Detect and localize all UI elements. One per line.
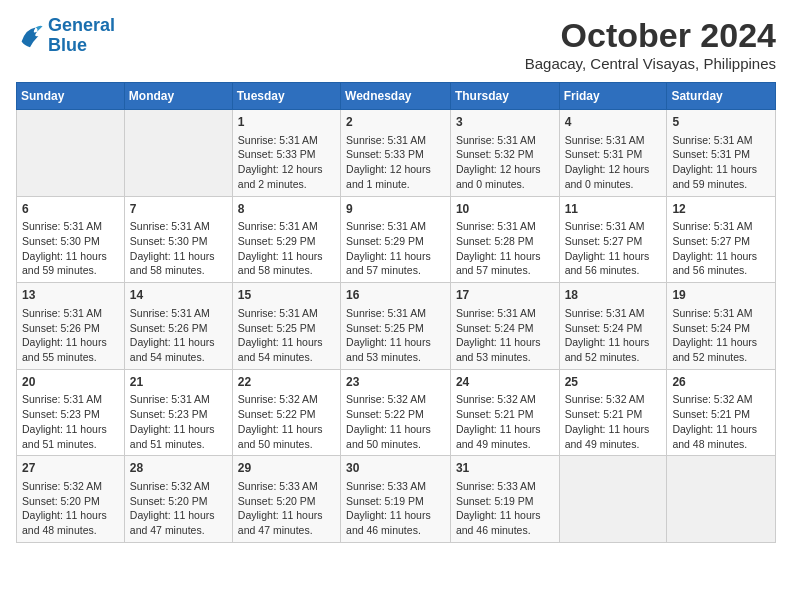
calendar-cell: 21Sunrise: 5:31 AMSunset: 5:23 PMDayligh… <box>124 369 232 456</box>
day-info: Sunrise: 5:31 AMSunset: 5:26 PMDaylight:… <box>22 306 119 365</box>
calendar-cell: 3Sunrise: 5:31 AMSunset: 5:32 PMDaylight… <box>450 110 559 197</box>
day-number: 25 <box>565 374 662 391</box>
day-info: Sunrise: 5:31 AMSunset: 5:30 PMDaylight:… <box>22 219 119 278</box>
logo-text: General Blue <box>48 16 115 56</box>
day-number: 21 <box>130 374 227 391</box>
day-number: 16 <box>346 287 445 304</box>
day-info: Sunrise: 5:32 AMSunset: 5:20 PMDaylight:… <box>130 479 227 538</box>
calendar-cell: 14Sunrise: 5:31 AMSunset: 5:26 PMDayligh… <box>124 283 232 370</box>
logo-icon <box>16 22 44 50</box>
column-header-sunday: Sunday <box>17 83 125 110</box>
calendar-week-row: 20Sunrise: 5:31 AMSunset: 5:23 PMDayligh… <box>17 369 776 456</box>
day-info: Sunrise: 5:31 AMSunset: 5:24 PMDaylight:… <box>565 306 662 365</box>
day-info: Sunrise: 5:31 AMSunset: 5:26 PMDaylight:… <box>130 306 227 365</box>
day-info: Sunrise: 5:31 AMSunset: 5:33 PMDaylight:… <box>238 133 335 192</box>
day-info: Sunrise: 5:31 AMSunset: 5:25 PMDaylight:… <box>238 306 335 365</box>
day-number: 14 <box>130 287 227 304</box>
day-number: 24 <box>456 374 554 391</box>
calendar-cell: 22Sunrise: 5:32 AMSunset: 5:22 PMDayligh… <box>232 369 340 456</box>
calendar-cell: 26Sunrise: 5:32 AMSunset: 5:21 PMDayligh… <box>667 369 776 456</box>
calendar-cell: 28Sunrise: 5:32 AMSunset: 5:20 PMDayligh… <box>124 456 232 543</box>
day-number: 1 <box>238 114 335 131</box>
day-number: 22 <box>238 374 335 391</box>
day-info: Sunrise: 5:31 AMSunset: 5:29 PMDaylight:… <box>238 219 335 278</box>
calendar-cell: 15Sunrise: 5:31 AMSunset: 5:25 PMDayligh… <box>232 283 340 370</box>
calendar-cell: 23Sunrise: 5:32 AMSunset: 5:22 PMDayligh… <box>341 369 451 456</box>
day-number: 20 <box>22 374 119 391</box>
day-number: 7 <box>130 201 227 218</box>
day-info: Sunrise: 5:31 AMSunset: 5:33 PMDaylight:… <box>346 133 445 192</box>
day-info: Sunrise: 5:33 AMSunset: 5:20 PMDaylight:… <box>238 479 335 538</box>
day-info: Sunrise: 5:31 AMSunset: 5:32 PMDaylight:… <box>456 133 554 192</box>
column-header-wednesday: Wednesday <box>341 83 451 110</box>
day-info: Sunrise: 5:33 AMSunset: 5:19 PMDaylight:… <box>346 479 445 538</box>
day-number: 3 <box>456 114 554 131</box>
column-header-monday: Monday <box>124 83 232 110</box>
calendar-cell: 29Sunrise: 5:33 AMSunset: 5:20 PMDayligh… <box>232 456 340 543</box>
day-info: Sunrise: 5:31 AMSunset: 5:24 PMDaylight:… <box>456 306 554 365</box>
day-number: 10 <box>456 201 554 218</box>
calendar-week-row: 6Sunrise: 5:31 AMSunset: 5:30 PMDaylight… <box>17 196 776 283</box>
day-number: 23 <box>346 374 445 391</box>
day-info: Sunrise: 5:32 AMSunset: 5:21 PMDaylight:… <box>672 392 770 451</box>
calendar-cell: 20Sunrise: 5:31 AMSunset: 5:23 PMDayligh… <box>17 369 125 456</box>
calendar-cell: 4Sunrise: 5:31 AMSunset: 5:31 PMDaylight… <box>559 110 667 197</box>
day-number: 15 <box>238 287 335 304</box>
calendar-cell: 17Sunrise: 5:31 AMSunset: 5:24 PMDayligh… <box>450 283 559 370</box>
calendar-cell: 19Sunrise: 5:31 AMSunset: 5:24 PMDayligh… <box>667 283 776 370</box>
calendar-cell: 24Sunrise: 5:32 AMSunset: 5:21 PMDayligh… <box>450 369 559 456</box>
day-info: Sunrise: 5:32 AMSunset: 5:20 PMDaylight:… <box>22 479 119 538</box>
month-title: October 2024 <box>525 16 776 55</box>
day-info: Sunrise: 5:31 AMSunset: 5:31 PMDaylight:… <box>672 133 770 192</box>
calendar-cell <box>667 456 776 543</box>
title-block: October 2024 Bagacay, Central Visayas, P… <box>525 16 776 72</box>
day-number: 8 <box>238 201 335 218</box>
calendar-cell: 31Sunrise: 5:33 AMSunset: 5:19 PMDayligh… <box>450 456 559 543</box>
calendar-cell: 12Sunrise: 5:31 AMSunset: 5:27 PMDayligh… <box>667 196 776 283</box>
day-info: Sunrise: 5:31 AMSunset: 5:24 PMDaylight:… <box>672 306 770 365</box>
column-header-thursday: Thursday <box>450 83 559 110</box>
calendar-week-row: 13Sunrise: 5:31 AMSunset: 5:26 PMDayligh… <box>17 283 776 370</box>
day-number: 19 <box>672 287 770 304</box>
day-info: Sunrise: 5:32 AMSunset: 5:21 PMDaylight:… <box>565 392 662 451</box>
day-info: Sunrise: 5:31 AMSunset: 5:29 PMDaylight:… <box>346 219 445 278</box>
day-number: 30 <box>346 460 445 477</box>
day-number: 28 <box>130 460 227 477</box>
day-number: 18 <box>565 287 662 304</box>
calendar-week-row: 1Sunrise: 5:31 AMSunset: 5:33 PMDaylight… <box>17 110 776 197</box>
day-number: 12 <box>672 201 770 218</box>
day-info: Sunrise: 5:31 AMSunset: 5:28 PMDaylight:… <box>456 219 554 278</box>
calendar-cell: 10Sunrise: 5:31 AMSunset: 5:28 PMDayligh… <box>450 196 559 283</box>
calendar-cell <box>17 110 125 197</box>
day-info: Sunrise: 5:33 AMSunset: 5:19 PMDaylight:… <box>456 479 554 538</box>
day-info: Sunrise: 5:31 AMSunset: 5:31 PMDaylight:… <box>565 133 662 192</box>
location-title: Bagacay, Central Visayas, Philippines <box>525 55 776 72</box>
column-header-saturday: Saturday <box>667 83 776 110</box>
calendar-cell: 13Sunrise: 5:31 AMSunset: 5:26 PMDayligh… <box>17 283 125 370</box>
day-number: 17 <box>456 287 554 304</box>
column-header-friday: Friday <box>559 83 667 110</box>
header-row: SundayMondayTuesdayWednesdayThursdayFrid… <box>17 83 776 110</box>
day-number: 13 <box>22 287 119 304</box>
calendar-cell: 18Sunrise: 5:31 AMSunset: 5:24 PMDayligh… <box>559 283 667 370</box>
day-number: 29 <box>238 460 335 477</box>
page-header: General Blue October 2024 Bagacay, Centr… <box>16 16 776 72</box>
calendar-table: SundayMondayTuesdayWednesdayThursdayFrid… <box>16 82 776 543</box>
calendar-cell: 9Sunrise: 5:31 AMSunset: 5:29 PMDaylight… <box>341 196 451 283</box>
day-number: 4 <box>565 114 662 131</box>
column-header-tuesday: Tuesday <box>232 83 340 110</box>
day-number: 9 <box>346 201 445 218</box>
calendar-cell: 8Sunrise: 5:31 AMSunset: 5:29 PMDaylight… <box>232 196 340 283</box>
calendar-cell: 7Sunrise: 5:31 AMSunset: 5:30 PMDaylight… <box>124 196 232 283</box>
calendar-cell <box>559 456 667 543</box>
day-number: 5 <box>672 114 770 131</box>
day-info: Sunrise: 5:32 AMSunset: 5:22 PMDaylight:… <box>238 392 335 451</box>
calendar-cell <box>124 110 232 197</box>
calendar-cell: 16Sunrise: 5:31 AMSunset: 5:25 PMDayligh… <box>341 283 451 370</box>
day-info: Sunrise: 5:31 AMSunset: 5:25 PMDaylight:… <box>346 306 445 365</box>
calendar-cell: 2Sunrise: 5:31 AMSunset: 5:33 PMDaylight… <box>341 110 451 197</box>
calendar-cell: 27Sunrise: 5:32 AMSunset: 5:20 PMDayligh… <box>17 456 125 543</box>
logo: General Blue <box>16 16 115 56</box>
day-number: 11 <box>565 201 662 218</box>
day-info: Sunrise: 5:32 AMSunset: 5:22 PMDaylight:… <box>346 392 445 451</box>
